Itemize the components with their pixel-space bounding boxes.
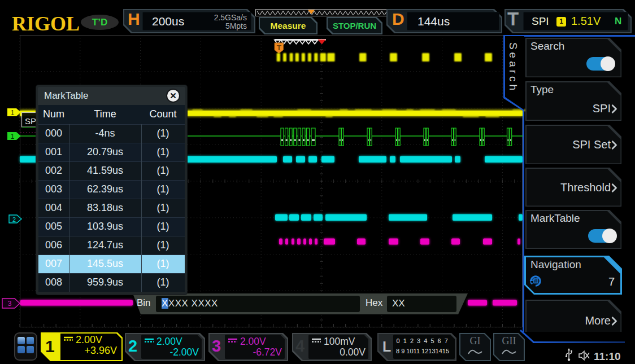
svg-text:1: 1 (11, 133, 15, 141)
svg-text:3: 3 (8, 300, 12, 308)
svg-text:2: 2 (12, 216, 16, 223)
svg-text:1: 1 (11, 109, 15, 117)
svg-text:T: T (277, 43, 282, 52)
